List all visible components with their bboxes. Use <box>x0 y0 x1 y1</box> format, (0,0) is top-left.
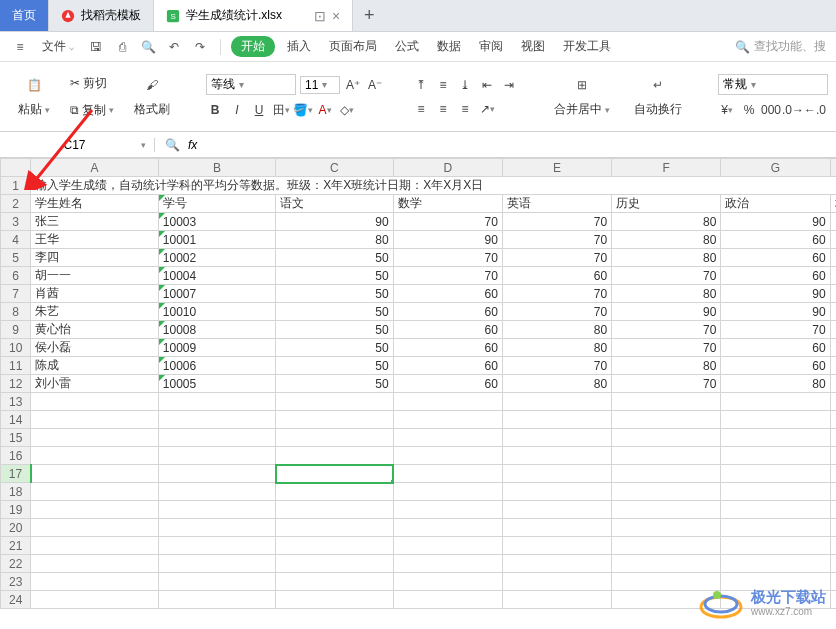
align-bottom-icon[interactable]: ⤓ <box>456 76 474 94</box>
menu-start[interactable]: 开始 <box>231 36 275 57</box>
col-header[interactable]: C <box>276 159 393 177</box>
cell[interactable] <box>158 429 275 447</box>
cell[interactable] <box>612 555 721 573</box>
cell[interactable] <box>721 519 830 537</box>
cell[interactable] <box>393 393 502 411</box>
row-header[interactable]: 21 <box>1 537 31 555</box>
cell[interactable] <box>393 501 502 519</box>
cell[interactable] <box>393 411 502 429</box>
cell[interactable] <box>276 591 393 609</box>
cell[interactable] <box>276 501 393 519</box>
col-header[interactable]: H <box>830 159 836 177</box>
cell[interactable]: 50 <box>276 339 393 357</box>
cell[interactable]: 90 <box>721 285 830 303</box>
cell[interactable] <box>502 573 611 591</box>
cell[interactable] <box>31 537 158 555</box>
cell[interactable]: 80 <box>612 285 721 303</box>
cancel-icon[interactable]: 🔍 <box>165 138 180 152</box>
indent-left-icon[interactable]: ⇤ <box>478 76 496 94</box>
row-header[interactable]: 20 <box>1 519 31 537</box>
cell[interactable] <box>31 573 158 591</box>
cell[interactable]: 60 <box>721 267 830 285</box>
cell[interactable]: 60 <box>721 357 830 375</box>
cell[interactable]: 60 <box>393 357 502 375</box>
cell[interactable] <box>612 465 721 483</box>
select-all-corner[interactable] <box>1 159 31 177</box>
cell[interactable] <box>612 411 721 429</box>
cell[interactable]: 60 <box>502 267 611 285</box>
cell[interactable] <box>31 555 158 573</box>
cell[interactable] <box>158 483 275 501</box>
cell[interactable] <box>31 429 158 447</box>
cell[interactable] <box>158 465 275 483</box>
cell[interactable] <box>502 411 611 429</box>
cell[interactable]: 70 <box>502 357 611 375</box>
cell[interactable]: 50 <box>276 249 393 267</box>
merge-button[interactable]: 合并居中▾ <box>550 99 614 120</box>
cell[interactable]: 60 <box>393 375 502 393</box>
cell[interactable] <box>276 447 393 465</box>
cell[interactable]: 80 <box>502 321 611 339</box>
cell[interactable] <box>31 393 158 411</box>
cell[interactable] <box>502 429 611 447</box>
cell[interactable] <box>612 519 721 537</box>
cell[interactable]: 50 <box>276 285 393 303</box>
underline-button[interactable]: U <box>250 101 268 119</box>
row-header[interactable]: 14 <box>1 411 31 429</box>
cell[interactable]: 80 <box>612 357 721 375</box>
cell[interactable] <box>393 429 502 447</box>
cell[interactable]: 70 <box>502 303 611 321</box>
menu-view[interactable]: 视图 <box>515 36 551 57</box>
cell[interactable] <box>158 393 275 411</box>
cell[interactable]: 50 <box>276 375 393 393</box>
align-right-icon[interactable]: ≡ <box>456 100 474 118</box>
tab-menu-icon[interactable]: ⊡ <box>314 8 326 24</box>
row-header[interactable]: 6 <box>1 267 31 285</box>
wrap-icon[interactable]: ↵ <box>646 73 670 97</box>
cell[interactable] <box>502 591 611 609</box>
merge-icon[interactable]: ⊞ <box>570 73 594 97</box>
col-header[interactable]: A <box>31 159 158 177</box>
cell[interactable]: 70 <box>612 375 721 393</box>
format-painter-button[interactable]: 格式刷 <box>130 99 174 120</box>
cell[interactable] <box>830 519 836 537</box>
cell[interactable]: 80 <box>612 231 721 249</box>
copy-button[interactable]: ⧉复制▾ <box>66 100 118 121</box>
cell[interactable] <box>612 429 721 447</box>
cell[interactable]: 侯小磊 <box>31 339 158 357</box>
row-header[interactable]: 17 <box>1 465 31 483</box>
cell[interactable]: 80 <box>721 375 830 393</box>
cell[interactable] <box>721 483 830 501</box>
cell[interactable] <box>31 465 158 483</box>
cell[interactable]: 50 <box>276 321 393 339</box>
row-header[interactable]: 11 <box>1 357 31 375</box>
cell[interactable]: 张三 <box>31 213 158 231</box>
name-box[interactable]: C17 ▾ <box>0 138 155 152</box>
cell[interactable]: 70 <box>393 249 502 267</box>
paste-icon[interactable]: 📋 <box>22 73 46 97</box>
cell[interactable] <box>502 537 611 555</box>
cell[interactable] <box>830 429 836 447</box>
cell[interactable]: 王华 <box>31 231 158 249</box>
italic-button[interactable]: I <box>228 101 246 119</box>
cell[interactable]: 70 <box>502 249 611 267</box>
increase-font-icon[interactable]: A⁺ <box>344 76 362 94</box>
tab-home[interactable]: 首页 <box>0 0 49 31</box>
cell[interactable] <box>393 555 502 573</box>
col-header[interactable]: E <box>502 159 611 177</box>
row-header[interactable]: 1 <box>1 177 31 195</box>
cell[interactable] <box>158 555 275 573</box>
cell[interactable] <box>502 501 611 519</box>
cell[interactable] <box>830 555 836 573</box>
wrap-button[interactable]: 自动换行 <box>630 99 686 120</box>
col-header[interactable]: D <box>393 159 502 177</box>
cell[interactable] <box>276 429 393 447</box>
cell[interactable]: 60 <box>393 339 502 357</box>
cell[interactable]: 10004 <box>158 267 275 285</box>
cell[interactable]: 朱艺 <box>31 303 158 321</box>
menu-dev[interactable]: 开发工具 <box>557 36 617 57</box>
cell[interactable] <box>830 537 836 555</box>
cell[interactable]: 80 <box>612 213 721 231</box>
cell[interactable] <box>158 573 275 591</box>
cell[interactable]: 学号 <box>158 195 275 213</box>
